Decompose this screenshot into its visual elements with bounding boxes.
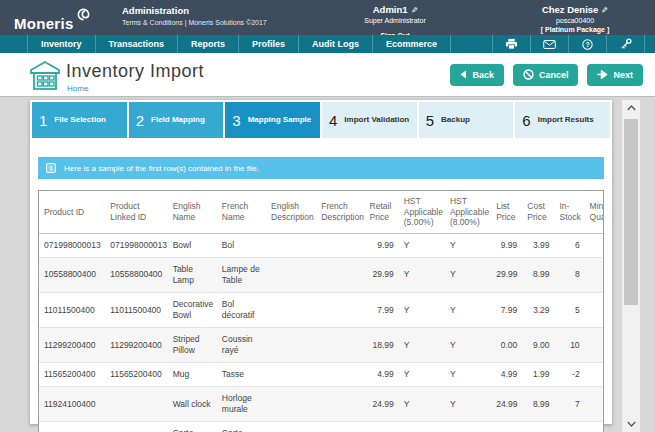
cell: 11565200400 (105, 363, 167, 387)
cancel-icon (523, 69, 534, 82)
step-label: Import Validation (344, 115, 409, 125)
brand-name: Moneris (14, 15, 74, 32)
cell: 12341234 (39, 422, 105, 432)
step-2[interactable]: 2Field Mapping (129, 102, 224, 138)
cell: 24.99 (365, 387, 399, 422)
merchant-id: posca00400 (505, 17, 645, 24)
cell: Mug (168, 363, 217, 387)
vertical-scrollbar[interactable] (622, 100, 640, 432)
cell: Y (399, 293, 445, 328)
cell: 1.99 (522, 363, 554, 387)
column-header: English Name (168, 191, 217, 233)
nav-item-transactions[interactable]: Transactions (96, 35, 179, 53)
edit-merchant-icon[interactable]: ✎ (601, 6, 608, 15)
cell: 7.99 (491, 293, 522, 328)
wizard-panel: 1File Selection2Field Mapping3Mapping Sa… (30, 100, 612, 424)
sample-table-wrap: Product IDProduct Linked IDEnglish NameF… (38, 190, 604, 432)
mail-icon[interactable] (531, 35, 569, 53)
cell: Table Lamp (168, 257, 217, 292)
cell (266, 328, 316, 363)
cell (266, 293, 316, 328)
cell: Y (445, 387, 491, 422)
cell (585, 293, 604, 328)
cell: Y (399, 328, 445, 363)
nav-item-reports[interactable]: Reports (178, 35, 239, 53)
table-header-row: Product IDProduct Linked IDEnglish NameF… (39, 191, 604, 233)
cell: Bol (217, 233, 266, 257)
column-header: List Price (491, 191, 522, 233)
next-arrow-icon (597, 70, 608, 81)
nav-item-audit-logs[interactable]: Audit Logs (299, 35, 373, 53)
cell: Y (445, 363, 491, 387)
cell: 3.99 (522, 233, 554, 257)
cell: Tasse (217, 363, 266, 387)
cell: Y (399, 233, 445, 257)
cell: Lampe de Table (217, 257, 266, 292)
back-button[interactable]: Back (450, 64, 504, 86)
step-label: Field Mapping (151, 115, 205, 125)
cell: Bowl (168, 233, 217, 257)
cell: 7.99 (365, 293, 399, 328)
cell: 6 (554, 233, 584, 257)
step-1[interactable]: 1File Selection (32, 102, 127, 138)
step-6[interactable]: 6Import Results (515, 102, 610, 138)
cell (105, 422, 167, 432)
cell: 5 (554, 293, 584, 328)
cell: 24.99 (491, 387, 522, 422)
edit-user-icon[interactable]: ✎ (411, 6, 418, 15)
cell (585, 387, 604, 422)
step-3[interactable]: 3Mapping Sample (225, 102, 320, 138)
cancel-button[interactable]: Cancel (513, 64, 579, 86)
warehouse-icon (28, 60, 62, 95)
step-5[interactable]: 5Backup (419, 102, 514, 138)
content-area: 1File Selection2Field Mapping3Mapping Sa… (0, 97, 655, 432)
nav-tail (645, 35, 655, 53)
table-row: 1156520040011565200400MugTasse4.99YY4.99… (39, 363, 604, 387)
column-header: Product Linked ID (105, 191, 167, 233)
app-title-block: Administration Terms & Conditions | Mone… (122, 5, 267, 26)
cell: -2 (554, 363, 584, 387)
cell: 0 (554, 422, 584, 432)
app-title: Administration (122, 5, 267, 16)
scroll-down-icon[interactable] (622, 416, 640, 432)
cell: 29.99 (491, 257, 522, 292)
help-icon[interactable]: ? (569, 35, 607, 53)
step-number: 2 (136, 112, 144, 129)
brand: Moneris (14, 7, 91, 32)
nav-item-ecommerce[interactable]: Ecommerce (373, 35, 451, 53)
cell (585, 363, 604, 387)
scroll-up-icon[interactable] (622, 100, 640, 116)
next-button[interactable]: Next (587, 64, 643, 86)
printer-icon[interactable] (493, 35, 531, 53)
nav-item-inventory[interactable]: Inventory (28, 35, 96, 53)
cell: 3.29 (522, 293, 554, 328)
step-label: Backup (441, 115, 470, 125)
cell (585, 257, 604, 292)
cell: 11299200400 (39, 328, 105, 363)
svg-text:?: ? (585, 40, 589, 47)
key-icon[interactable] (607, 35, 645, 53)
table-row: 071998000013071998000013BowlBol9.99YY9.9… (39, 233, 604, 257)
scrollbar-thumb[interactable] (624, 119, 638, 305)
info-bar: i Here is a sample of the first row(s) c… (38, 157, 604, 179)
cell: 0.00 (365, 422, 399, 432)
cell: 11011500400 (105, 293, 167, 328)
step-4[interactable]: 4Import Validation (322, 102, 417, 138)
page-title: Inventory Import (66, 61, 204, 82)
step-number: 5 (426, 112, 434, 129)
user-role: Super Administrator (330, 17, 460, 24)
cell: 7 (554, 387, 584, 422)
nav-lead (0, 35, 28, 53)
cell: Horloge murale (217, 387, 266, 422)
cell (266, 233, 316, 257)
column-header: Retail Price (365, 191, 399, 233)
step-number: 3 (232, 112, 240, 129)
nav-item-profiles[interactable]: Profiles (239, 35, 299, 53)
cell: 8.99 (522, 257, 554, 292)
cell: 9.99 (491, 233, 522, 257)
info-icon: i (46, 163, 56, 173)
nav-spacer (451, 35, 493, 53)
cell: 11565200400 (39, 363, 105, 387)
cell: 9.99 (365, 233, 399, 257)
breadcrumb-home[interactable]: Home (67, 84, 88, 93)
